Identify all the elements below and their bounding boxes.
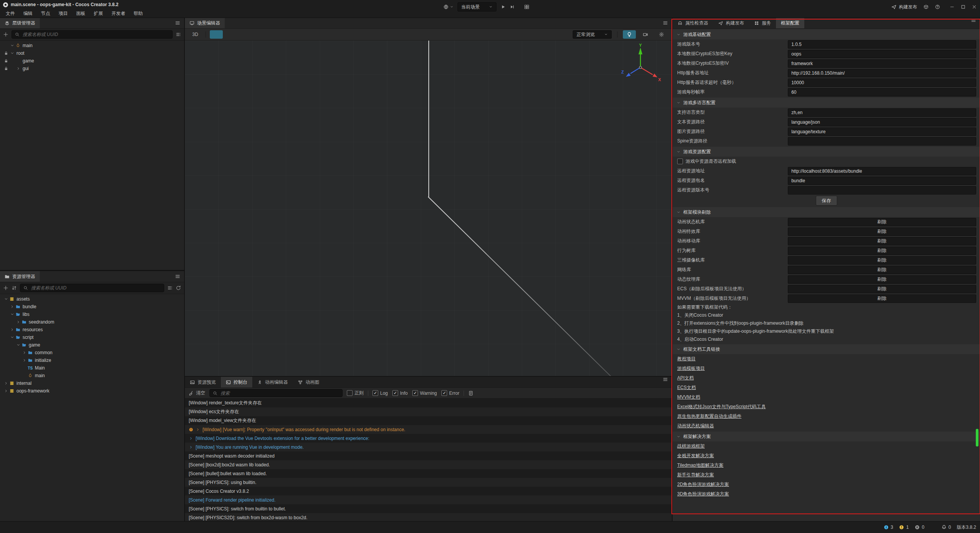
doc-link[interactable]: 原生包热更新配置自动生成插件	[677, 413, 742, 420]
hierarchy-search-input[interactable]	[22, 31, 169, 38]
checkbox-icon[interactable]	[412, 390, 418, 396]
preview-device-button[interactable]	[443, 4, 454, 10]
doc-link[interactable]: 3D角色扮演游戏解决方案	[677, 491, 729, 497]
tree-row[interactable]: libs	[0, 311, 184, 318]
panel-menu-icon[interactable]	[663, 20, 668, 26]
collapse-arrow-icon[interactable]	[3, 388, 9, 394]
doc-link[interactable]: ECS文档	[677, 384, 696, 391]
console-tab[interactable]: 资源预览	[185, 377, 221, 387]
refresh-icon[interactable]	[176, 285, 181, 291]
remove-module-button[interactable]: 剔除	[788, 237, 976, 245]
section-header[interactable]: 游戏基础配置	[673, 29, 980, 39]
console-tab[interactable]: 动画图	[293, 377, 324, 387]
inspector-tab[interactable]: 构建发布	[713, 18, 749, 28]
tree-row[interactable]: common	[0, 349, 184, 356]
assets-search-input[interactable]	[30, 285, 161, 291]
remove-module-button[interactable]: 剔除	[788, 266, 976, 274]
filter-warning[interactable]: Warning	[412, 390, 437, 396]
camera-settings-button[interactable]	[639, 30, 652, 39]
remove-module-button[interactable]: 剔除	[788, 275, 976, 284]
tree-row[interactable]: main	[0, 42, 184, 49]
log-row[interactable]: [Window] [Vue warn]: Property "onInput" …	[185, 425, 672, 434]
expand-arrow-icon[interactable]	[9, 50, 15, 56]
filter-info[interactable]: Info	[392, 390, 408, 396]
doc-link[interactable]: 2D角色扮演游戏解决方案	[677, 481, 729, 488]
doc-link[interactable]: Excel格式转Json文件与TypeScript代码工具	[677, 404, 766, 410]
assets-tab[interactable]: 资源管理器	[0, 271, 40, 282]
remote-load-toggle[interactable]: 游戏中资源是否远程加载	[673, 157, 980, 166]
doc-link[interactable]: 战棋游戏框架	[677, 443, 705, 450]
play-button[interactable]	[500, 4, 506, 10]
panel-menu-icon[interactable]	[175, 20, 180, 26]
checkbox-icon[interactable]	[677, 159, 683, 164]
console-search[interactable]	[209, 389, 343, 397]
collapse-arrow-icon[interactable]	[9, 304, 15, 310]
clear-console-button[interactable]: 清空	[189, 390, 205, 396]
remove-module-button[interactable]: 剔除	[788, 256, 976, 265]
add-node-button[interactable]	[3, 32, 8, 37]
checkbox-icon[interactable]	[392, 390, 398, 396]
inspector-scrollbar-thumb[interactable]	[976, 429, 978, 446]
save-button[interactable]: 保存	[816, 196, 837, 206]
tree-row[interactable]: initialize	[0, 356, 184, 364]
log-row[interactable]: [Window] You are running Vue in developm…	[185, 443, 672, 451]
inspector-tab[interactable]: 框架配置	[776, 18, 804, 28]
doc-link[interactable]: API文档	[677, 375, 694, 381]
close-button[interactable]	[972, 4, 977, 10]
field-input[interactable]	[788, 128, 976, 136]
scene-tab[interactable]: 场景编辑器	[185, 18, 225, 28]
doc-link[interactable]: Tiledmap地图解决方案	[677, 462, 724, 469]
console-search-input[interactable]	[220, 390, 339, 396]
maximize-button[interactable]	[960, 4, 966, 10]
info-counter[interactable]: 3	[884, 525, 893, 530]
doc-link[interactable]: 全栈开发解决方案	[677, 453, 714, 459]
notification-counter[interactable]: 0	[941, 525, 951, 530]
filter-error[interactable]: Error	[441, 390, 459, 396]
field-input[interactable]	[788, 78, 976, 87]
filter-log[interactable]: Log	[372, 390, 388, 396]
remove-module-button[interactable]: 剔除	[788, 218, 976, 226]
tree-row[interactable]: seedrandom	[0, 318, 184, 326]
sort-icon[interactable]	[11, 285, 17, 291]
tree-row[interactable]: main	[0, 372, 184, 379]
collapse-arrow-icon[interactable]	[15, 65, 21, 72]
remove-module-button[interactable]: 剔除	[788, 285, 976, 293]
tree-row[interactable]: game	[0, 341, 184, 349]
tree-row[interactable]: gui	[0, 65, 184, 72]
expand-arrow-icon[interactable]	[9, 43, 15, 49]
tree-row[interactable]: game	[0, 57, 184, 65]
log-file-icon[interactable]	[468, 391, 474, 396]
tree-row[interactable]: bundle	[0, 303, 184, 311]
minimize-button[interactable]	[949, 4, 955, 10]
package-icon[interactable]	[923, 4, 929, 10]
console-tab[interactable]: 控制台	[221, 377, 252, 387]
field-input[interactable]	[788, 59, 976, 68]
scene-viewport[interactable]: Y X Z	[185, 41, 672, 376]
tree-row[interactable]: resources	[0, 326, 184, 334]
rotate-tool-button[interactable]	[224, 30, 237, 39]
hierarchy-tab[interactable]: 层级管理器	[0, 18, 40, 28]
console-tab[interactable]: 动画编辑器	[252, 377, 293, 387]
doc-link[interactable]: 新手引导解决方案	[677, 472, 714, 478]
doc-link[interactable]: 游戏模板项目	[677, 365, 705, 372]
step-button[interactable]	[510, 4, 515, 10]
section-header[interactable]: 框架解决方案	[673, 432, 980, 441]
remove-module-button[interactable]: 剔除	[788, 227, 976, 236]
tree-row[interactable]: oops-framework	[0, 387, 184, 395]
layout-button[interactable]	[524, 4, 529, 10]
move-tool-button[interactable]	[210, 30, 223, 39]
regex-checkbox[interactable]	[347, 390, 353, 396]
filter-icon[interactable]	[167, 285, 173, 291]
mode-3d-button[interactable]: 3D	[189, 30, 202, 39]
doc-link[interactable]: 教程项目	[677, 356, 696, 362]
collapse-arrow-icon[interactable]	[9, 327, 15, 333]
checkbox-icon[interactable]	[372, 390, 378, 396]
rect-tool-button[interactable]	[253, 30, 266, 39]
checkbox-icon[interactable]	[441, 390, 447, 396]
expand-log-icon[interactable]	[189, 445, 193, 450]
section-header[interactable]: 框架模块剔除	[673, 207, 980, 217]
field-input[interactable]	[788, 186, 976, 195]
expand-arrow-icon[interactable]	[3, 296, 9, 302]
inspector-tab[interactable]: 属性检查器	[673, 18, 713, 28]
tree-row[interactable]: root	[0, 49, 184, 57]
